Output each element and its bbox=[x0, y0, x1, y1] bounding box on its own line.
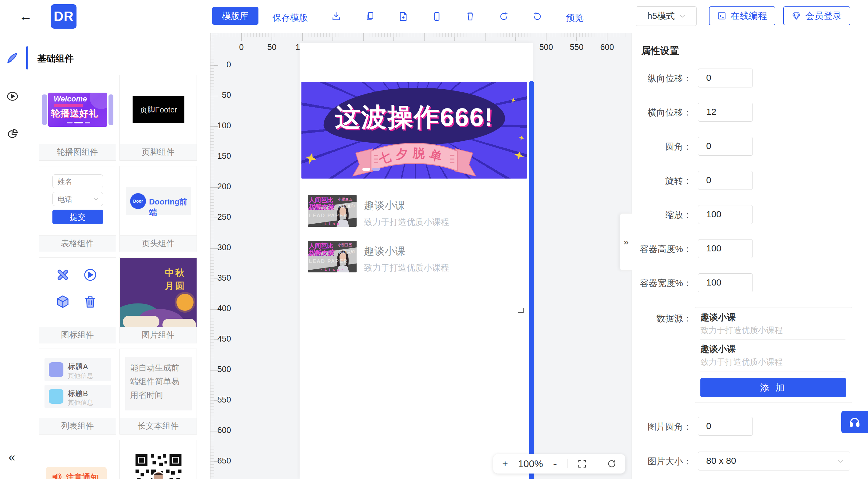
list-thumb: 标题A 其他信息 标题B 其他信息 bbox=[39, 349, 116, 418]
name-field: 姓名 bbox=[53, 174, 103, 188]
preview-button[interactable]: 预览 bbox=[563, 12, 586, 24]
template-library-button[interactable]: 模版库 bbox=[212, 7, 258, 25]
component-card-list[interactable]: 标题A 其他信息 标题B 其他信息 列表组件 bbox=[39, 349, 116, 435]
image-radius-input[interactable]: 0 bbox=[698, 417, 753, 436]
list-item-desc: 致力于打造优质小课程 bbox=[364, 216, 449, 228]
component-card-header[interactable]: Door Dooring前端 页头组件 bbox=[120, 166, 197, 252]
field-label: 图片大小： bbox=[622, 455, 692, 468]
v-ruler-label: 50 bbox=[212, 91, 231, 100]
image-size-select[interactable]: 80 x 80 bbox=[698, 452, 850, 471]
component-label: 长文本组件 bbox=[120, 418, 196, 434]
app-logo: DR bbox=[51, 4, 76, 29]
member-login-button[interactable]: 会员登录 bbox=[783, 6, 850, 25]
component-card-qrcode[interactable] bbox=[120, 440, 197, 479]
carousel-dot[interactable] bbox=[372, 168, 380, 171]
redo-icon[interactable] bbox=[532, 11, 542, 22]
media-tab-play-icon[interactable] bbox=[6, 90, 19, 102]
carousel-thumb: Welcome 轮播送好礼 bbox=[39, 75, 116, 144]
mobile-icon[interactable] bbox=[432, 11, 442, 22]
v-ruler-label: 550 bbox=[212, 395, 231, 405]
submit-button: 提交 bbox=[53, 210, 103, 224]
expand-panel-handle[interactable]: » bbox=[620, 213, 632, 270]
image-thumb: 中秋 月圆 bbox=[120, 258, 196, 327]
field-label: 旋转： bbox=[622, 175, 692, 187]
horizontal-offset-input[interactable]: 12 bbox=[698, 103, 753, 122]
v-ruler-label: 0 bbox=[212, 60, 231, 69]
scale-input[interactable]: 100 bbox=[698, 205, 753, 224]
component-card-form[interactable]: 姓名 电话 提交 表格组件 bbox=[39, 166, 116, 252]
save-template-button[interactable]: 保存模版 bbox=[267, 12, 313, 24]
terminal-icon bbox=[717, 11, 726, 21]
footer-thumb: 页脚Footer bbox=[120, 75, 196, 144]
panel-title: 属性设置 bbox=[641, 44, 679, 57]
trash-icon[interactable] bbox=[465, 11, 475, 22]
component-card-longtext[interactable]: 能自动生成前端组件简单易用省时间 长文本组件 bbox=[120, 349, 197, 435]
horizontal-ruler-minor-ticks bbox=[211, 33, 628, 37]
collapse-sidebar-button[interactable]: « bbox=[8, 450, 15, 464]
v-ruler-label: 200 bbox=[212, 182, 231, 191]
datasource-item-title[interactable]: 趣谈小课 bbox=[701, 343, 736, 355]
border-radius-input[interactable]: 0 bbox=[698, 137, 753, 156]
download-icon[interactable] bbox=[331, 11, 341, 22]
list-item-thumbnail[interactable]: 人间芭比 甜酷女孩 小甜豆五 舞蹈复印 LEAD PAPER - L i s a… bbox=[308, 241, 356, 273]
component-card-carousel[interactable]: Welcome 轮播送好礼 轮播图组件 bbox=[39, 75, 116, 161]
zoom-out-button[interactable]: - bbox=[553, 457, 557, 471]
vertical-ruler-minor-ticks bbox=[210, 35, 214, 479]
h-ruler-label: 500 bbox=[534, 43, 558, 52]
component-label: 图标组件 bbox=[39, 327, 116, 343]
banner-component[interactable]: 这波操作666! 七夕脱单 bbox=[302, 82, 527, 179]
active-tab-indicator bbox=[26, 46, 28, 69]
canvas-scrollbar[interactable] bbox=[529, 81, 534, 479]
fullscreen-icon[interactable] bbox=[578, 459, 587, 468]
field-label: 圆角： bbox=[622, 141, 692, 153]
component-card-footer[interactable]: 页脚Footer 页脚组件 bbox=[120, 75, 197, 161]
qrcode-thumb bbox=[120, 440, 196, 479]
carousel-prev-slide bbox=[42, 94, 47, 125]
file-add-icon[interactable] bbox=[398, 11, 408, 22]
headphones-icon bbox=[848, 416, 861, 428]
copy-icon[interactable] bbox=[365, 11, 375, 22]
topbar: ← DR 模版库 保存模版 预览 h5模式 在线编程 会员登录 bbox=[0, 0, 868, 33]
sparkle-icon bbox=[518, 134, 525, 141]
section-title: 基础组件 bbox=[37, 53, 74, 65]
zoom-in-button[interactable]: + bbox=[502, 458, 508, 470]
add-datasource-button[interactable]: 添 加 bbox=[701, 378, 846, 397]
container-height-input[interactable]: 100 bbox=[698, 239, 753, 258]
datasource-item-desc: 致力于打造优质小课程 bbox=[701, 325, 783, 336]
component-card-icons[interactable]: 图标组件 bbox=[39, 257, 116, 343]
carousel-dot-active[interactable] bbox=[362, 168, 370, 171]
carousel-slide: Welcome 轮播送好礼 bbox=[48, 93, 107, 127]
support-headphones-button[interactable] bbox=[841, 411, 868, 433]
refresh-icon[interactable] bbox=[607, 459, 616, 468]
online-coding-button[interactable]: 在线编程 bbox=[709, 6, 775, 25]
datasource-item-title[interactable]: 趣谈小课 bbox=[701, 311, 736, 324]
field-label: 纵向位移： bbox=[622, 72, 692, 85]
sparkle-icon bbox=[513, 150, 525, 161]
h-ruler-label: 550 bbox=[564, 43, 589, 52]
trash-blue-icon bbox=[83, 294, 97, 309]
ribbon: 七夕脱单 bbox=[347, 137, 481, 179]
field-label: 缩放： bbox=[622, 209, 692, 221]
longtext-thumb: 能自动生成前端组件简单易用省时间 bbox=[120, 349, 196, 418]
back-button[interactable]: ← bbox=[19, 8, 32, 24]
list-item-title[interactable]: 趣谈小课 bbox=[364, 199, 405, 213]
rotate-input[interactable]: 0 bbox=[698, 171, 753, 190]
undo-icon[interactable] bbox=[499, 11, 509, 22]
list-item-thumbnail[interactable]: 人间芭比 甜酷女孩 小甜豆五 舞蹈复印 LEAD PAPER - L i s a… bbox=[308, 195, 356, 227]
v-ruler-label: 350 bbox=[212, 273, 231, 283]
vertical-offset-input[interactable]: 0 bbox=[698, 69, 753, 88]
divider bbox=[701, 340, 845, 340]
component-card-notice[interactable]: 注意通知 bbox=[39, 440, 116, 479]
list-item-desc: 致力于打造优质小课程 bbox=[364, 262, 449, 274]
chart-tab-pie-icon[interactable] bbox=[6, 128, 19, 140]
icons-thumb bbox=[39, 258, 116, 327]
component-label: 轮播图组件 bbox=[39, 144, 116, 160]
components-tab-pen-icon[interactable] bbox=[6, 52, 19, 64]
mode-select[interactable]: h5模式 bbox=[636, 6, 697, 26]
resize-handle[interactable] bbox=[518, 308, 524, 313]
list-item-title[interactable]: 趣谈小课 bbox=[364, 244, 405, 258]
banner-title: 这波操作666! bbox=[302, 100, 527, 135]
container-width-input[interactable]: 100 bbox=[698, 273, 753, 292]
component-card-image[interactable]: 中秋 月圆 图片组件 bbox=[120, 257, 197, 343]
phone-field: 电话 bbox=[53, 192, 103, 206]
